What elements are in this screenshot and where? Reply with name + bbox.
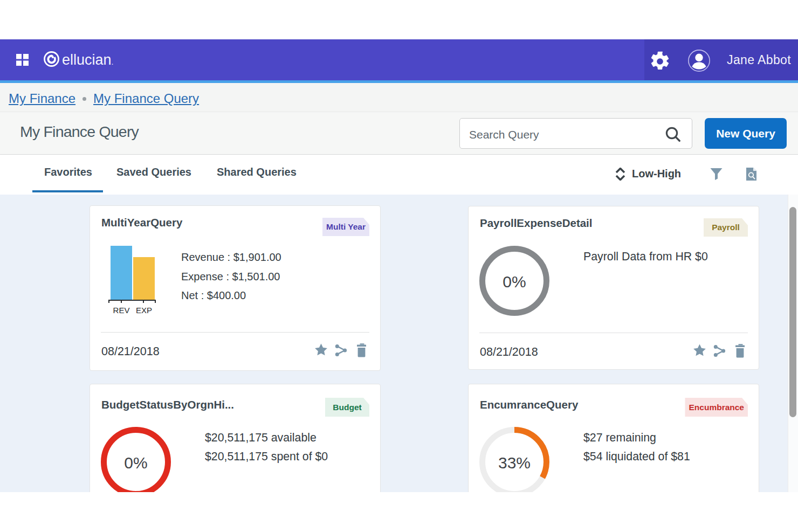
svg-text:EXP: EXP [136, 306, 152, 315]
svg-text:33%: 33% [498, 454, 531, 472]
svg-text:0%: 0% [503, 273, 526, 291]
svg-text:0%: 0% [124, 454, 147, 472]
svg-text:REV: REV [113, 306, 130, 315]
